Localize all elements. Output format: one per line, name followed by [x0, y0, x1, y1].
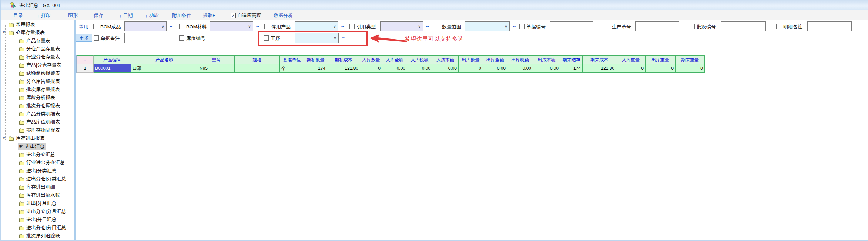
table-cell[interactable]: 121.80 [327, 64, 360, 73]
sidebar-item[interactable]: 行业分仓存量表 [1, 53, 74, 61]
sidebar-item[interactable]: 库龄分析报表 [1, 94, 74, 102]
chevron-down-icon[interactable]: ∨ [3, 30, 5, 34]
sidebar-item[interactable]: 批次分仓库报表 [1, 102, 74, 110]
column-header[interactable]: 入库金额 [382, 55, 407, 64]
column-header[interactable]: - [77, 55, 94, 64]
sidebar-item[interactable]: ∨库存进出报表 [1, 134, 74, 142]
filter-checkbox[interactable] [519, 24, 525, 29]
filter-input[interactable] [124, 33, 168, 43]
table-cell[interactable]: 0.00 [533, 64, 560, 73]
toolbar-item[interactable]: 数据分析 [274, 12, 293, 19]
table-cell[interactable]: 174 [304, 64, 327, 73]
column-header[interactable]: 期初数量 [304, 55, 327, 64]
table-cell[interactable]: 1 [77, 64, 94, 73]
table-cell[interactable]: 0.00 [483, 64, 507, 73]
table-cell[interactable]: 0.00 [382, 64, 407, 73]
filter-checkbox[interactable] [179, 35, 184, 41]
column-header[interactable]: 型号 [198, 55, 235, 64]
column-header[interactable]: 期末结存 [560, 55, 583, 64]
column-header[interactable]: 出库数量 [459, 55, 483, 64]
filter-dropdown[interactable]: ∨ [124, 21, 167, 31]
filter-input[interactable] [635, 21, 679, 31]
sidebar-item[interactable]: 批次库存量报表 [1, 85, 74, 94]
filter-checkbox[interactable] [94, 35, 99, 41]
column-header[interactable]: 出成本额 [533, 55, 560, 64]
column-header[interactable]: 产品编号 [94, 55, 131, 64]
sidebar-item[interactable]: 缺额超额报警表 [1, 69, 74, 77]
sidebar-item[interactable]: 进出分仓|分日汇总 [1, 224, 74, 232]
table-cell[interactable] [235, 64, 280, 73]
filter-checkbox[interactable] [776, 24, 781, 29]
table-cell[interactable]: 0.00 [407, 64, 432, 73]
sidebar-item[interactable]: 产品库位明细表 [1, 118, 74, 126]
toolbar-item[interactable]: 图形 [68, 12, 78, 19]
table-cell[interactable]: 0.00 [507, 64, 533, 73]
toolbar-item[interactable]: 附加条件 [172, 12, 191, 19]
column-header[interactable]: 基准单位 [280, 55, 304, 64]
sidebar-item[interactable]: 批次序列追踪账 [1, 232, 74, 240]
toolbar-item[interactable]: 目录 [13, 12, 23, 19]
column-header[interactable]: 期末重量 [676, 55, 705, 64]
sidebar-item[interactable]: 进出|分日汇总 [1, 215, 74, 224]
sidebar-item[interactable]: 进出|分类汇总 [1, 167, 74, 175]
more-filters-button[interactable]: 更多 [76, 34, 92, 42]
sidebar-item[interactable]: 进出分仓汇总 [1, 150, 74, 159]
table-cell[interactable]: 0 [616, 64, 646, 73]
toolbar-item[interactable]: 保存 [94, 12, 103, 19]
column-header[interactable]: 入成本额 [432, 55, 459, 64]
sidebar-item[interactable]: 库存进出流水账 [1, 191, 74, 199]
toolbar-item[interactable]: ↓打印 [37, 12, 51, 19]
filter-input[interactable] [210, 33, 253, 43]
table-cell[interactable]: N95 [198, 64, 235, 73]
sidebar-item[interactable]: 进出分仓|分月汇总 [1, 207, 74, 215]
sidebar-item[interactable]: 进出分仓|分类汇总 [1, 175, 74, 183]
column-header[interactable]: 入库重量 [616, 55, 646, 64]
chevron-down-icon[interactable]: ∨ [3, 136, 5, 140]
sidebar-item[interactable]: 库存进出明细 [1, 183, 74, 191]
filter-input[interactable] [721, 21, 766, 31]
table-cell[interactable]: 0 [459, 64, 483, 73]
sidebar-item[interactable]: 分仓产品存量表 [1, 45, 74, 53]
sidebar-item[interactable]: 常用报表 [1, 20, 74, 28]
column-header[interactable]: 入库税额 [407, 55, 432, 64]
sidebar-item[interactable]: ☛进出汇总 [1, 142, 74, 150]
table-cell[interactable]: 个 [280, 64, 304, 73]
column-header[interactable]: 期末成本 [583, 55, 616, 64]
toolbar-item[interactable]: ↓功能 [145, 12, 159, 19]
table-cell[interactable]: 121.80 [583, 64, 616, 73]
filter-checkbox[interactable] [349, 24, 355, 29]
filter-input[interactable] [807, 21, 852, 31]
filter-checkbox[interactable] [690, 24, 695, 29]
sidebar-item[interactable]: 产品|分仓存量表 [1, 61, 74, 69]
column-header[interactable]: 出库税额 [507, 55, 533, 64]
column-header[interactable]: 出库重量 [646, 55, 676, 64]
sidebar-item[interactable]: 零库存物品报表 [1, 126, 74, 134]
sidebar-item[interactable]: 行业进出分仓汇总 [1, 159, 74, 167]
filter-checkbox[interactable] [264, 24, 269, 29]
sidebar-item[interactable]: ∨仓库存量报表 [1, 28, 74, 37]
table-cell[interactable]: 口罩 [131, 64, 198, 73]
filter-checkbox[interactable] [93, 24, 98, 29]
filter-checkbox[interactable] [605, 24, 610, 29]
column-header[interactable]: 入库数量 [360, 55, 382, 64]
filter-checkbox[interactable] [435, 24, 440, 29]
table-cell[interactable]: B00001 [94, 64, 131, 73]
filter-dropdown[interactable]: ∨ [295, 21, 338, 31]
column-header[interactable]: 规格 [235, 55, 280, 64]
toolbar-item[interactable]: 提取F [203, 12, 215, 19]
table-cell[interactable]: 174 [560, 64, 583, 73]
filter-dropdown[interactable]: ∨ [465, 21, 510, 31]
table-cell[interactable]: 0 [676, 64, 705, 73]
adaptive-height-checkbox[interactable]: ✓ [231, 13, 236, 18]
common-filters-button[interactable]: 常用 [79, 24, 88, 30]
filter-input[interactable] [550, 21, 593, 31]
filter-checkbox[interactable] [179, 24, 184, 29]
sidebar-splitter[interactable] [74, 20, 76, 240]
filter-dropdown[interactable]: ∨ [380, 21, 423, 31]
column-header[interactable]: 产品名称 [131, 55, 198, 64]
column-header[interactable]: 出库金额 [483, 55, 507, 64]
table-cell[interactable]: 0.00 [432, 64, 459, 73]
column-header[interactable]: 期初成本 [327, 55, 360, 64]
sidebar-item[interactable]: 产品存量表 [1, 37, 74, 45]
toolbar-item[interactable]: ↓日期 [119, 12, 133, 19]
